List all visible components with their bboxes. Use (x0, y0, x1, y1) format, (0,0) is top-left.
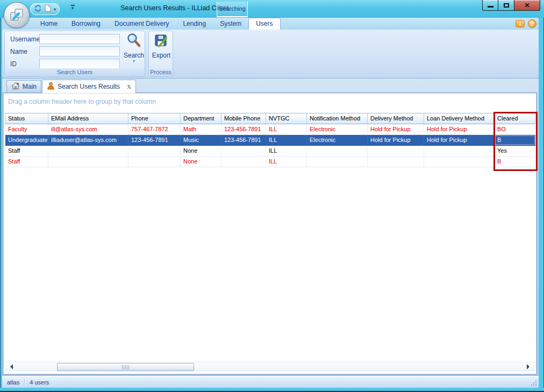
close-button[interactable]: ✕ (514, 0, 540, 11)
cell-email-address[interactable] (48, 156, 128, 167)
minimize-icon (488, 6, 493, 8)
scroll-left-icon[interactable] (8, 364, 13, 369)
name-field[interactable] (39, 46, 120, 56)
scroll-right-icon[interactable] (527, 364, 532, 369)
new-document-icon[interactable] (45, 4, 51, 14)
cell-nvtgc[interactable]: ILL (266, 156, 307, 167)
info-icon[interactable]: i (516, 20, 525, 27)
export-button[interactable]: Export (151, 33, 172, 68)
cell-mobile-phone[interactable]: 123-456-7891 (221, 124, 266, 134)
cell-department[interactable]: Music (181, 135, 221, 145)
ribbon-tab-lending[interactable]: Lending (176, 18, 213, 30)
ribbon-tab-document-delivery[interactable]: Document Delivery (108, 18, 176, 30)
cell-department[interactable]: None (181, 156, 221, 167)
refresh-icon[interactable] (34, 4, 42, 15)
cell-nvtgc[interactable]: ILL (266, 135, 307, 145)
cell-mobile-phone[interactable]: 123-456-7891 (221, 135, 266, 145)
cell-delivery-method[interactable] (368, 146, 424, 156)
cell-mobile-phone[interactable] (221, 146, 266, 156)
close-icon: ✕ (524, 2, 529, 9)
cell-delivery-method[interactable]: Hold for Pickup (368, 124, 424, 134)
cell-status[interactable]: Undergraduate (5, 135, 48, 145)
table-row[interactable]: StaffNoneILLB (5, 156, 535, 167)
table-row[interactable]: Facultyill@atlas-sys.com757-467-7872Math… (5, 124, 535, 135)
quick-access-toolbar: ▾ (30, 3, 60, 15)
cell-delivery-method[interactable]: Hold for Pickup (368, 135, 424, 145)
new-document-dropdown-caret[interactable]: ▾ (54, 7, 56, 12)
column-header-nvtgc[interactable]: NVTGC (266, 113, 307, 124)
cell-loan-delivery-method[interactable]: Hold for Pickup (424, 135, 495, 145)
minimize-button[interactable] (482, 0, 498, 11)
cell-email-address[interactable]: ill@atlas-sys.com (48, 124, 128, 134)
ribbon-tab-system[interactable]: System (213, 18, 248, 30)
results-panel: Drag a column header here to group by th… (3, 92, 537, 375)
window-frame-bottom (0, 388, 544, 392)
id-field[interactable] (39, 59, 120, 69)
tab-close-icon[interactable]: X (127, 83, 131, 90)
column-header-phone[interactable]: Phone (128, 113, 181, 124)
ribbon-help-area: i ? (516, 19, 536, 28)
ribbon-group-process: Export Process (148, 31, 173, 77)
magnifier-icon (126, 33, 141, 51)
toolbar-overflow-icon[interactable]: ▾ (69, 5, 76, 13)
column-header-mobile-phone[interactable]: Mobile Phone (221, 113, 266, 124)
cell-department[interactable]: None (181, 146, 221, 156)
tab-main-label: Main (23, 83, 37, 90)
search-button[interactable]: Search ▾ (123, 33, 145, 68)
cell-cleared[interactable]: Yes (495, 146, 535, 156)
table-row[interactable]: Undergraduateilliaduser@atlas-sys.com123… (5, 135, 535, 146)
cell-nvtgc[interactable]: ILL (266, 124, 307, 134)
table-row[interactable]: StaffNoneILLYes (5, 146, 535, 156)
cell-notification-method[interactable] (307, 156, 368, 167)
cell-loan-delivery-method[interactable]: Hold for Pickup (424, 124, 495, 134)
cell-phone[interactable]: 123-456-7891 (128, 135, 181, 145)
column-header-email-address[interactable]: EMail Address (48, 113, 128, 124)
tab-search-users-results[interactable]: Search Users Results X (42, 80, 136, 93)
cell-notification-method[interactable]: Electronic (307, 135, 368, 145)
cell-cleared[interactable]: B (495, 156, 535, 167)
cell-status[interactable]: Staff (5, 146, 48, 156)
column-header-cleared[interactable]: Cleared (495, 113, 535, 124)
search-dropdown-caret[interactable]: ▾ (133, 60, 135, 63)
cell-status[interactable]: Faculty (5, 124, 48, 134)
contextual-tab-searching: Searching (217, 2, 248, 17)
export-button-label: Export (152, 52, 171, 59)
cell-cleared[interactable]: B (495, 135, 535, 145)
cell-phone[interactable]: 757-467-7872 (128, 124, 181, 134)
cell-delivery-method[interactable] (368, 156, 424, 167)
cell-phone[interactable] (128, 156, 181, 167)
cell-department[interactable]: Math (181, 124, 221, 134)
column-header-loan-delivery-method[interactable]: Loan Delivery Method (424, 113, 495, 124)
cell-notification-method[interactable]: Electronic (307, 124, 368, 134)
cell-cleared[interactable]: BO (495, 124, 535, 134)
horizontal-scrollbar[interactable] (5, 362, 535, 372)
cell-email-address[interactable] (48, 146, 128, 156)
ribbon-tab-borrowing[interactable]: Borrowing (65, 18, 108, 30)
cell-notification-method[interactable] (307, 146, 368, 156)
maximize-button[interactable] (498, 0, 514, 11)
user-icon (47, 82, 55, 91)
help-icon[interactable]: ? (528, 19, 536, 28)
tab-main[interactable]: Main (6, 80, 41, 92)
ribbon-tab-home[interactable]: Home (33, 18, 65, 30)
cell-mobile-phone[interactable] (221, 156, 266, 167)
status-user-count: 4 users (25, 379, 54, 386)
cell-nvtgc[interactable]: ILL (266, 146, 307, 156)
cell-phone[interactable] (128, 146, 181, 156)
cell-email-address[interactable]: illiaduser@atlas-sys.com (48, 135, 128, 145)
column-header-status[interactable]: Status (5, 113, 48, 124)
application-menu-button[interactable] (4, 2, 30, 28)
grid-body: Facultyill@atlas-sys.com757-467-7872Math… (5, 124, 535, 167)
resize-grip-icon[interactable] (530, 379, 536, 386)
cell-loan-delivery-method[interactable] (424, 146, 495, 156)
column-header-notification-method[interactable]: Notification Method (307, 113, 368, 124)
cell-status[interactable]: Staff (5, 156, 48, 167)
maximize-icon (504, 3, 509, 8)
ribbon-tab-users[interactable]: Users (248, 18, 280, 30)
username-field[interactable] (39, 34, 120, 44)
cell-loan-delivery-method[interactable] (424, 156, 495, 167)
column-header-department[interactable]: Department (181, 113, 221, 124)
scrollbar-thumb[interactable] (57, 363, 194, 371)
column-header-delivery-method[interactable]: Delivery Method (368, 113, 424, 124)
group-caption-search-users: Search Users (5, 68, 145, 76)
